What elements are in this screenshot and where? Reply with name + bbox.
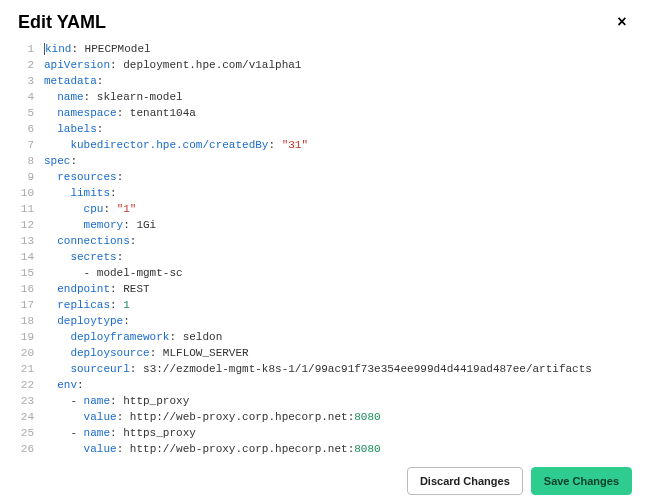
code-line[interactable]: 19 deployframework: seldon (18, 329, 632, 345)
token-key: env (57, 379, 77, 391)
code-content[interactable]: deploysource: MLFLOW_SERVER (44, 345, 632, 361)
code-content[interactable]: - name: https_proxy (44, 425, 632, 441)
line-number: 15 (18, 265, 44, 281)
token-str: "31" (282, 139, 308, 151)
token-plain (44, 283, 57, 295)
code-line[interactable]: 8spec: (18, 153, 632, 169)
code-content[interactable]: deploytype: (44, 313, 632, 329)
token-key: metadata (44, 75, 97, 87)
token-plain (44, 347, 70, 359)
code-line[interactable]: 14 secrets: (18, 249, 632, 265)
code-line[interactable]: 5 namespace: tenant104a (18, 105, 632, 121)
code-line[interactable]: 9 resources: (18, 169, 632, 185)
code-line[interactable]: 15 - model-mgmt-sc (18, 265, 632, 281)
code-line[interactable]: 18 deploytype: (18, 313, 632, 329)
code-content[interactable]: limits: (44, 185, 632, 201)
token-key: deployframework (70, 331, 169, 343)
token-plain: : tenant104a (117, 107, 196, 119)
token-key: memory (84, 219, 124, 231)
code-line[interactable]: 7 kubedirector.hpe.com/createdBy: "31" (18, 137, 632, 153)
code-line[interactable]: 16 endpoint: REST (18, 281, 632, 297)
code-content[interactable]: replicas: 1 (44, 297, 632, 313)
line-number: 17 (18, 297, 44, 313)
token-key: apiVersion (44, 59, 110, 71)
code-content[interactable]: metadata: (44, 73, 632, 89)
code-content[interactable]: endpoint: REST (44, 281, 632, 297)
code-line[interactable]: 17 replicas: 1 (18, 297, 632, 313)
code-line[interactable]: 20 deploysource: MLFLOW_SERVER (18, 345, 632, 361)
token-key: name (84, 395, 110, 407)
token-plain (44, 235, 57, 247)
code-line[interactable]: 10 limits: (18, 185, 632, 201)
code-line[interactable]: 13 connections: (18, 233, 632, 249)
token-plain: : (130, 235, 137, 247)
code-content[interactable]: spec: (44, 153, 632, 169)
dialog-title: Edit YAML (18, 12, 106, 33)
code-content[interactable]: cpu: "1" (44, 201, 632, 217)
code-content[interactable]: labels: (44, 121, 632, 137)
token-plain (44, 107, 57, 119)
close-icon[interactable]: × (612, 13, 632, 33)
token-key: limits (70, 187, 110, 199)
save-changes-button[interactable]: Save Changes (531, 467, 632, 495)
code-line[interactable]: 12 memory: 1Gi (18, 217, 632, 233)
token-plain: : http://web-proxy.corp.hpecorp.net: (117, 411, 355, 423)
code-content[interactable]: - model-mgmt-sc (44, 265, 632, 281)
token-plain: : (117, 171, 124, 183)
line-number: 3 (18, 73, 44, 89)
token-key: namespace (57, 107, 116, 119)
line-number: 14 (18, 249, 44, 265)
code-line[interactable]: 23 - name: http_proxy (18, 393, 632, 409)
token-plain (44, 171, 57, 183)
token-key: deploysource (70, 347, 149, 359)
line-number: 9 (18, 169, 44, 185)
yaml-editor[interactable]: 1kind: HPECPModel2apiVersion: deployment… (18, 41, 632, 457)
code-line[interactable]: 4 name: sklearn-model (18, 89, 632, 105)
line-number: 13 (18, 233, 44, 249)
code-line[interactable]: 6 labels: (18, 121, 632, 137)
token-plain: - (44, 427, 84, 439)
code-line[interactable]: 26 value: http://web-proxy.corp.hpecorp.… (18, 441, 632, 457)
code-content[interactable]: sourceurl: s3://ezmodel-mgmt-k8s-1/1/99a… (44, 361, 632, 377)
code-line[interactable]: 3metadata: (18, 73, 632, 89)
token-plain (44, 139, 70, 151)
token-plain (44, 187, 70, 199)
discard-changes-button[interactable]: Discard Changes (407, 467, 523, 495)
token-plain: : https_proxy (110, 427, 196, 439)
code-content[interactable]: resources: (44, 169, 632, 185)
code-content[interactable]: value: http://web-proxy.corp.hpecorp.net… (44, 409, 632, 425)
line-number: 12 (18, 217, 44, 233)
token-plain (44, 123, 57, 135)
edit-yaml-dialog: Edit YAML × 1kind: HPECPModel2apiVersion… (0, 0, 650, 503)
code-content[interactable]: env: (44, 377, 632, 393)
token-plain: : (97, 123, 104, 135)
code-line[interactable]: 24 value: http://web-proxy.corp.hpecorp.… (18, 409, 632, 425)
token-key: replicas (57, 299, 110, 311)
code-line[interactable]: 2apiVersion: deployment.hpe.com/v1alpha1 (18, 57, 632, 73)
code-content[interactable]: kind: HPECPModel (44, 41, 632, 57)
token-plain: : seldon (169, 331, 222, 343)
code-line[interactable]: 21 sourceurl: s3://ezmodel-mgmt-k8s-1/1/… (18, 361, 632, 377)
code-content[interactable]: apiVersion: deployment.hpe.com/v1alpha1 (44, 57, 632, 73)
line-number: 4 (18, 89, 44, 105)
code-content[interactable]: namespace: tenant104a (44, 105, 632, 121)
code-content[interactable]: secrets: (44, 249, 632, 265)
code-content[interactable]: memory: 1Gi (44, 217, 632, 233)
code-content[interactable]: kubedirector.hpe.com/createdBy: "31" (44, 137, 632, 153)
code-content[interactable]: deployframework: seldon (44, 329, 632, 345)
token-key: secrets (70, 251, 116, 263)
code-line[interactable]: 25 - name: https_proxy (18, 425, 632, 441)
token-plain (44, 219, 84, 231)
line-number: 26 (18, 441, 44, 457)
token-plain: : deployment.hpe.com/v1alpha1 (110, 59, 301, 71)
token-key: sourceurl (70, 363, 129, 375)
code-content[interactable]: - name: http_proxy (44, 393, 632, 409)
code-content[interactable]: value: http://web-proxy.corp.hpecorp.net… (44, 441, 632, 457)
line-number: 19 (18, 329, 44, 345)
code-content[interactable]: connections: (44, 233, 632, 249)
token-plain (44, 443, 84, 455)
code-line[interactable]: 1kind: HPECPModel (18, 41, 632, 57)
code-line[interactable]: 22 env: (18, 377, 632, 393)
code-line[interactable]: 11 cpu: "1" (18, 201, 632, 217)
code-content[interactable]: name: sklearn-model (44, 89, 632, 105)
